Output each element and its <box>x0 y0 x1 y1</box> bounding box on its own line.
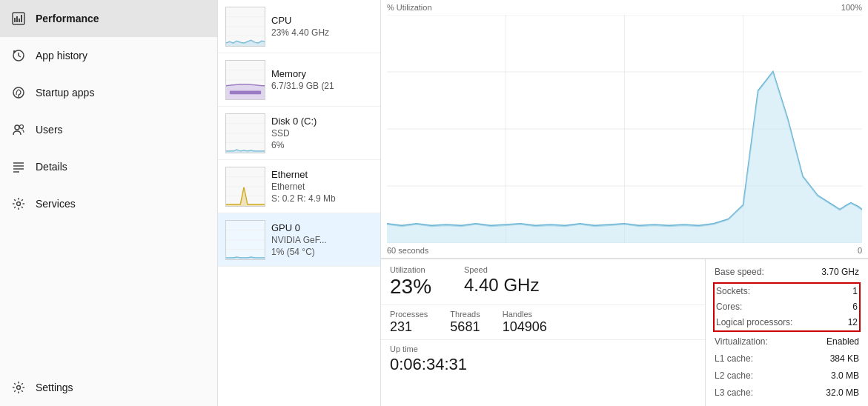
svg-point-7 <box>18 97 19 99</box>
base-speed-value: 3.70 GHz <box>821 267 859 277</box>
base-speed-label: Base speed: <box>715 267 764 277</box>
sidebar-item-details-label: Details <box>36 161 67 173</box>
sidebar-item-performance-label: Performance <box>36 13 99 24</box>
info-sockets: Sockets: 1 <box>716 284 858 299</box>
sockets-value: 1 <box>852 286 858 296</box>
stat-handles: Handles 104906 <box>503 310 547 335</box>
startup-icon <box>12 86 25 99</box>
svg-rect-26 <box>230 90 261 94</box>
ethernet-sub2: S: 0.2 R: 4.9 Mb <box>271 193 373 204</box>
sidebar-item-settings-label: Settings <box>36 382 73 393</box>
sidebar-item-details[interactable]: Details <box>0 148 217 185</box>
main-area: CPU 23% 4.40 GHz Memory <box>218 0 868 406</box>
resource-item-ethernet[interactable]: Ethernet Ethernet S: 0.2 R: 4.9 Mb <box>218 160 380 213</box>
utilization-label: Utilization <box>390 265 449 274</box>
cores-label: Cores: <box>716 302 742 312</box>
users-icon <box>12 123 25 136</box>
info-l2: L2 cache: 3.0 MB <box>715 367 859 385</box>
logical-value: 12 <box>848 317 858 327</box>
svg-point-9 <box>20 125 24 129</box>
chart-time-label: 60 seconds <box>387 246 428 255</box>
sidebar-item-users-label: Users <box>36 124 63 136</box>
ethernet-name: Ethernet <box>271 169 373 180</box>
stats-row2: Processes 231 Threads 5681 Handles 10490… <box>381 305 705 340</box>
cpu-chart: % Utilization 100% <box>381 0 868 259</box>
bottom-area: Utilization 23% Speed 4.40 GHz Processes… <box>381 259 868 406</box>
memory-info: Memory 6.7/31.9 GB (21 <box>271 68 373 91</box>
ethernet-info: Ethernet Ethernet S: 0.2 R: 4.9 Mb <box>271 169 373 204</box>
threads-label: Threads <box>450 310 480 319</box>
memory-thumb <box>225 60 265 100</box>
svg-point-8 <box>15 125 19 130</box>
history-icon <box>12 49 25 62</box>
info-cores: Cores: 6 <box>716 299 858 315</box>
chart-y-label: % Utilization <box>387 3 432 12</box>
sidebar-item-startup-apps[interactable]: Startup apps <box>0 74 217 111</box>
resource-item-cpu[interactable]: CPU 23% 4.40 GHz <box>218 0 380 53</box>
stat-utilization: Utilization 23% <box>390 265 464 299</box>
processes-value: 231 <box>390 319 428 335</box>
sidebar-item-startup-label: Startup apps <box>36 87 94 99</box>
services-icon <box>12 197 25 210</box>
sidebar-item-users[interactable]: Users <box>0 111 217 148</box>
l1-value: 384 KB <box>830 353 859 364</box>
stats-left: Utilization 23% Speed 4.40 GHz Processes… <box>381 259 705 406</box>
sidebar-item-settings[interactable]: Settings <box>0 369 217 406</box>
highlight-group: Sockets: 1 Cores: 6 Logical processors: … <box>713 282 861 332</box>
svg-point-14 <box>17 202 21 206</box>
gpu-sub1: NVIDIA GeF... <box>271 235 373 245</box>
gpu-name: GPU 0 <box>271 222 373 233</box>
sidebar-item-performance[interactable]: Performance <box>0 0 217 37</box>
stat-threads: Threads 5681 <box>450 310 480 335</box>
stat-speed: Speed 4.40 GHz <box>464 265 554 299</box>
sidebar-item-services[interactable]: Services <box>0 185 217 222</box>
uptime-label: Up time <box>390 345 696 353</box>
stat-processes: Processes 231 <box>390 310 428 335</box>
chart-svg-area <box>387 15 862 243</box>
info-l3: L3 cache: 32.0 MB <box>715 385 859 402</box>
memory-name: Memory <box>271 68 373 79</box>
speed-label: Speed <box>464 265 539 274</box>
l2-value: 3.0 MB <box>831 370 859 381</box>
processes-label: Processes <box>390 310 428 319</box>
cpu-info: CPU 23% 4.40 GHz <box>271 15 373 38</box>
info-l1: L1 cache: 384 KB <box>715 350 859 367</box>
speed-value: 4.40 GHz <box>464 276 539 295</box>
sidebar-item-app-history-label: App history <box>36 50 87 61</box>
handles-value: 104906 <box>503 319 547 335</box>
cpu-name: CPU <box>271 15 373 26</box>
info-base-speed: Base speed: 3.70 GHz <box>715 264 859 281</box>
settings-icon <box>12 381 25 394</box>
details-icon <box>12 160 25 173</box>
gpu-info: GPU 0 NVIDIA GeF... 1% (54 °C) <box>271 222 373 257</box>
l2-label: L2 cache: <box>715 370 753 381</box>
sidebar-item-app-history[interactable]: App history <box>0 37 217 74</box>
logical-label: Logical processors: <box>716 317 792 327</box>
disk-info: Disk 0 (C:) SSD 6% <box>271 116 373 150</box>
gpu-sub2: 1% (54 °C) <box>271 247 373 257</box>
info-virt: Virtualization: Enabled <box>715 333 859 350</box>
virt-label: Virtualization: <box>715 336 768 347</box>
uptime-area: Up time 0:06:34:31 <box>381 340 705 379</box>
gauge-icon <box>12 12 25 25</box>
uptime-value: 0:06:34:31 <box>390 355 696 374</box>
cores-value: 6 <box>852 302 858 312</box>
sockets-label: Sockets: <box>716 286 750 296</box>
threads-value: 5681 <box>450 319 480 335</box>
resource-item-disk[interactable]: Disk 0 (C:) SSD 6% <box>218 107 380 160</box>
resource-item-memory[interactable]: Memory 6.7/31.9 GB (21 <box>218 53 380 107</box>
gpu-thumb <box>225 220 265 260</box>
sidebar-item-services-label: Services <box>36 198 76 210</box>
svg-point-15 <box>17 386 21 390</box>
info-logical: Logical processors: 12 <box>716 315 858 330</box>
disk-name: Disk 0 (C:) <box>271 116 373 127</box>
ethernet-sub1: Ethernet <box>271 182 373 192</box>
cpu-thumb <box>225 7 265 47</box>
virt-value: Enabled <box>826 336 859 347</box>
disk-sub1: SSD <box>271 128 373 139</box>
resource-item-gpu[interactable]: GPU 0 NVIDIA GeF... 1% (54 °C) <box>218 213 380 267</box>
detail-panel: % Utilization 100% <box>381 0 868 406</box>
chart-y-min: 0 <box>858 246 862 255</box>
cpu-sub: 23% 4.40 GHz <box>271 27 373 38</box>
l3-label: L3 cache: <box>715 387 753 398</box>
